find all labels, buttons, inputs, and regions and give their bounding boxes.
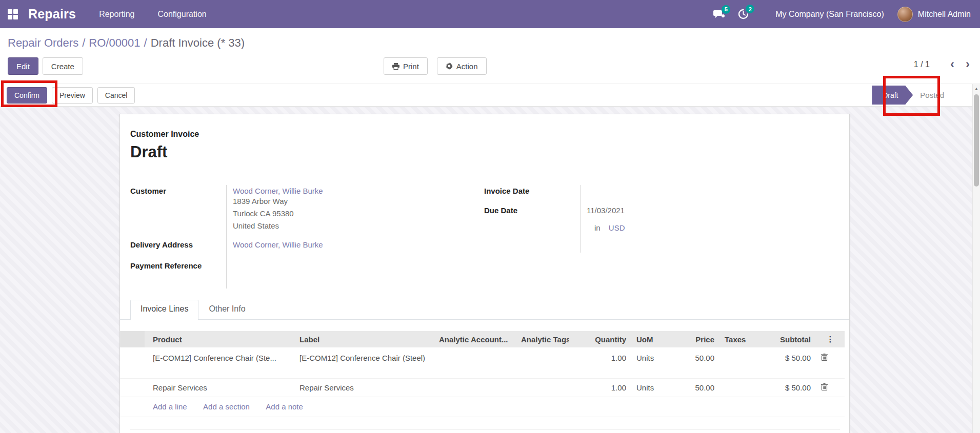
cell-label[interactable]: [E-COM12] Conference Chair (Steel) [294,347,434,378]
messages-count-badge: 5 [722,5,730,14]
notebook-tabs: Invoice Lines Other Info [120,300,849,320]
cell-taxes[interactable] [719,378,752,397]
delete-line-icon[interactable] [821,383,828,390]
cell-price[interactable]: 50.00 [663,378,719,397]
nav-menu-reporting[interactable]: Reporting [99,10,134,19]
col-analytic-tags[interactable]: Analytic Tags [516,331,569,347]
action-button[interactable]: Action [437,57,487,75]
due-date-value[interactable]: 11/03/2021 [580,204,625,216]
activities-button[interactable]: 2 [738,9,749,19]
form-view-background: Customer Invoice Draft Customer Wood Cor… [0,107,980,433]
pager-next-button[interactable]: › [966,58,970,70]
delivery-address-label: Delivery Address [130,239,226,251]
nav-menu-configuration[interactable]: Configuration [158,10,207,19]
scrollbar-up-arrow[interactable]: ▲ [973,86,980,91]
col-price[interactable]: Price [663,331,719,347]
cell-taxes[interactable] [719,347,752,378]
top-navbar: Repairs Reporting Configuration 5 2 My C… [0,0,980,28]
breadcrumb-separator: / [144,36,147,49]
app-name[interactable]: Repairs [28,7,76,22]
col-analytic-account[interactable]: Analytic Account... [434,331,516,347]
print-button[interactable]: Print [384,57,428,75]
customer-address: 1839 Arbor Way Turlock CA 95380 United S… [233,195,323,232]
cell-subtotal[interactable]: $ 50.00 [752,347,816,378]
status-posted[interactable]: Posted [920,91,944,99]
activities-count-badge: 2 [746,5,754,13]
field-delivery-address: Delivery Address Wood Corner, Willie Bur… [130,239,323,251]
row-handle-column [120,331,145,347]
due-date-label: Due Date [484,204,580,216]
scrollbar-thumb[interactable] [974,94,979,187]
cell-label[interactable]: Repair Services [294,378,434,397]
user-menu[interactable]: Mitchell Admin [897,7,971,22]
address-line: 1839 Arbor Way [233,195,323,208]
breadcrumb-separator: / [82,36,85,49]
cell-subtotal[interactable]: $ 50.00 [752,378,816,397]
cell-analytic-tags[interactable] [516,347,569,378]
invoice-date-value[interactable] [580,185,587,195]
cell-uom[interactable]: Units [631,378,663,397]
company-switcher[interactable]: My Company (San Francisco) [775,10,884,19]
preview-button[interactable]: Preview [52,87,93,104]
status-draft[interactable]: Draft [872,86,913,105]
cell-analytic-account[interactable] [434,347,516,378]
row-handle[interactable] [120,347,145,378]
address-line: Turlock CA 95380 [233,208,323,220]
cell-product[interactable]: [E-COM12] Conference Chair (Ste... [153,354,289,362]
customer-link[interactable]: Wood Corner, Willie Burke [233,187,323,195]
edit-button[interactable]: Edit [8,57,38,75]
payment-reference-label: Payment Reference [130,260,226,270]
breadcrumb-repair-orders[interactable]: Repair Orders [8,36,78,49]
cell-price[interactable]: 50.00 [663,347,719,378]
invoice-line-row[interactable]: Repair Services Repair Services 1.00 Uni… [120,378,845,397]
add-a-section-link[interactable]: Add a section [203,402,250,411]
breadcrumb: Repair Orders/RO/00001/Draft Invoice (* … [8,36,245,50]
breadcrumb-ro00001[interactable]: RO/00001 [89,36,140,49]
field-group-right: Invoice Date Due Date 11/03/2021 in USD [484,185,710,232]
address-line: United States [233,220,323,232]
document-state-title: Draft [130,143,167,161]
optional-columns-header[interactable]: ⋮ [816,331,845,347]
messages-button[interactable]: 5 [713,9,725,19]
col-subtotal[interactable]: Subtotal [752,331,816,347]
confirm-button[interactable]: Confirm [7,87,47,104]
user-avatar [897,7,913,22]
cell-analytic-account[interactable] [434,378,516,397]
invoice-lines-table: Product Label Analytic Account... Analyt… [120,331,845,417]
row-handle[interactable] [120,378,145,397]
cancel-button[interactable]: Cancel [97,87,135,104]
apps-menu-icon[interactable] [8,9,18,19]
invoice-line-row[interactable]: [E-COM12] Conference Chair (Ste... [E-CO… [120,347,845,378]
add-a-note-link[interactable]: Add a note [266,402,303,411]
control-panel: Repair Orders/RO/00001/Draft Invoice (* … [0,28,980,84]
col-product[interactable]: Product [145,331,294,347]
navbar-right: 5 2 My Company (San Francisco) Mitchell … [713,7,980,22]
col-quantity[interactable]: Quantity [569,331,631,347]
pager-previous-button[interactable]: ‹ [950,58,954,70]
field-invoice-date: Invoice Date [484,185,710,195]
delete-line-icon[interactable] [821,354,828,361]
vertical-scrollbar[interactable]: ▲ [972,84,980,433]
col-taxes[interactable]: Taxes [719,331,752,347]
table-header-row: Product Label Analytic Account... Analyt… [120,331,845,347]
add-a-line-link[interactable]: Add a line [153,402,187,411]
gear-icon [446,63,453,70]
currency-prefix: in [594,223,601,232]
pager-counter: 1 / 1 [914,60,930,69]
tab-other-info[interactable]: Other Info [198,300,255,319]
cell-quantity[interactable]: 1.00 [569,378,631,397]
create-button[interactable]: Create [43,57,83,75]
currency-link[interactable]: USD [609,223,625,232]
delivery-address-link[interactable]: Wood Corner, Willie Burke [233,240,323,249]
field-customer: Customer Wood Corner, Willie Burke 1839 … [130,185,323,234]
col-label[interactable]: Label [294,331,434,347]
optional-columns-icon[interactable]: ⋮ [821,335,839,344]
cell-quantity[interactable]: 1.00 [569,347,631,378]
cell-uom[interactable]: Units [631,347,663,378]
cell-analytic-tags[interactable] [516,378,569,397]
field-group-left: Customer Wood Corner, Willie Burke 1839 … [130,185,323,270]
col-uom[interactable]: UoM [631,331,663,347]
cell-product[interactable]: Repair Services [153,383,289,392]
tab-invoice-lines[interactable]: Invoice Lines [130,300,198,320]
payment-reference-value[interactable] [226,260,233,270]
